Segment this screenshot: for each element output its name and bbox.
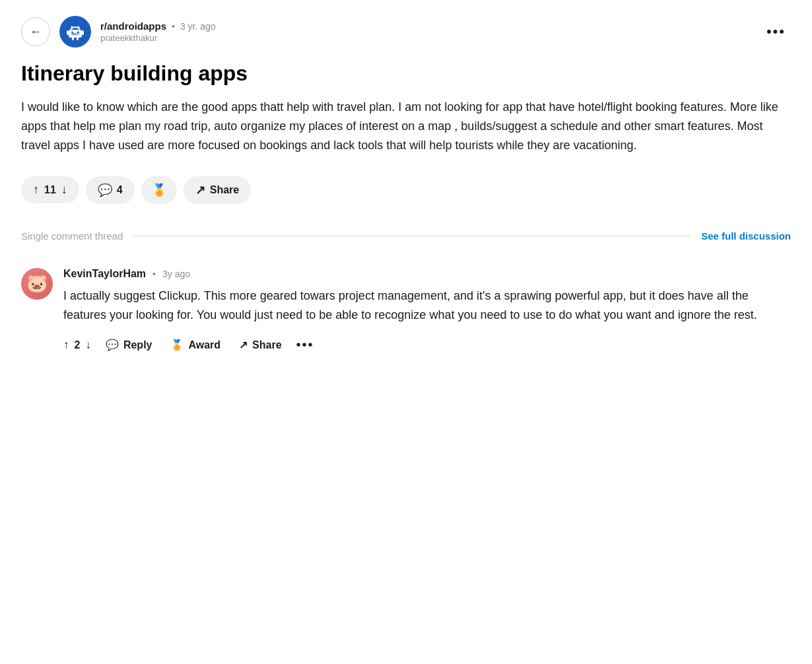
comment-vote: ↑ 2 ↓ <box>63 339 91 352</box>
post-meta: r/androidapps • 3 yr. ago prateekkthakur <box>100 20 216 43</box>
comments-button[interactable]: 💬 4 <box>86 176 135 204</box>
comment-share-button[interactable]: ↗ Share <box>235 336 285 354</box>
comment-icon: 💬 <box>98 183 112 197</box>
svg-rect-2 <box>82 30 84 35</box>
subreddit-avatar: apps <box>59 16 91 48</box>
share-button[interactable]: ↗ Share <box>184 176 251 204</box>
post-header-left: ← apps <box>21 16 216 48</box>
comment-vote-count: 2 <box>75 339 81 351</box>
comment-username: KevinTaylorHam <box>63 268 146 280</box>
award-icon: 🏅 <box>152 183 166 197</box>
comment-share-icon: ↗ <box>239 339 248 351</box>
comment-share-label: Share <box>252 339 281 351</box>
comment: 🐷 KevinTaylorHam • 3y ago I actually sug… <box>21 268 791 354</box>
see-full-discussion-link[interactable]: See full discussion <box>701 230 791 242</box>
comment-age: 3y ago <box>162 269 190 279</box>
reply-button[interactable]: 💬 Reply <box>102 336 156 354</box>
svg-rect-3 <box>72 37 74 40</box>
svg-rect-4 <box>77 37 79 40</box>
share-icon: ↗ <box>195 183 205 197</box>
post-action-bar: ↑ 11 ↓ 💬 4 🏅 ↗ Share <box>21 176 791 204</box>
comment-actions: ↑ 2 ↓ 💬 Reply 🏅 Award <box>63 336 791 354</box>
post-body: I would like to know which are the good … <box>21 98 791 154</box>
comment-content: KevinTaylorHam • 3y ago I actually sugge… <box>63 268 791 354</box>
upvote-icon: ↑ <box>33 183 39 197</box>
share-label: Share <box>210 184 239 196</box>
svg-text:apps: apps <box>71 32 79 36</box>
post-age: • <box>172 21 175 32</box>
comment-downvote-icon[interactable]: ↓ <box>85 339 91 352</box>
post-time: 3 yr. ago <box>180 21 216 32</box>
comment-section: 🐷 KevinTaylorHam • 3y ago I actually sug… <box>21 263 791 354</box>
comment-count: 4 <box>117 184 123 196</box>
comment-avatar: 🐷 <box>21 268 53 300</box>
downvote-icon: ↓ <box>61 183 67 197</box>
vote-button[interactable]: ↑ 11 ↓ <box>21 176 79 203</box>
subreddit-name[interactable]: r/androidapps <box>100 20 166 32</box>
award-button[interactable]: 🏅 <box>141 176 177 204</box>
vote-count: 11 <box>44 184 56 196</box>
reply-icon: 💬 <box>106 339 119 351</box>
back-button[interactable]: ← <box>21 17 50 46</box>
comment-header: KevinTaylorHam • 3y ago <box>63 268 791 280</box>
single-comment-thread-text: Single comment thread <box>21 230 123 242</box>
comment-more-button[interactable]: ••• <box>296 337 314 352</box>
reply-label: Reply <box>123 339 152 351</box>
svg-rect-1 <box>67 30 69 35</box>
post-username: prateekkthakur <box>100 33 216 43</box>
divider-line <box>133 236 691 236</box>
comment-thread-divider: Single comment thread See full discussio… <box>21 230 791 242</box>
more-options-button[interactable]: ••• <box>761 18 791 46</box>
comment-award-label: Award <box>188 339 220 351</box>
comment-body: I actually suggest Clickup. This more ge… <box>63 286 791 325</box>
post-title: Itinerary building apps <box>21 61 791 86</box>
comment-upvote-icon[interactable]: ↑ <box>63 339 69 352</box>
comment-award-button[interactable]: 🏅 Award <box>166 336 224 354</box>
comment-award-icon: 🏅 <box>170 339 184 351</box>
post-header: ← apps <box>21 16 791 48</box>
